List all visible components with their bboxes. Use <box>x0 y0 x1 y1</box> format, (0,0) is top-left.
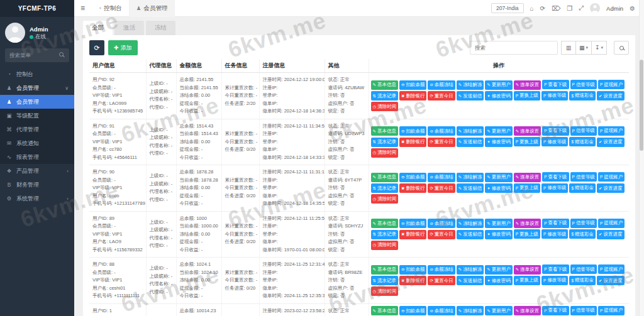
view-subordinates-button[interactable]: P查看下级 <box>542 264 569 274</box>
transaction-log-button[interactable]: ⇅流水记录 <box>371 276 398 285</box>
nav-tab-member-management[interactable]: ♟ 会员管理 <box>130 0 175 17</box>
refresh-icon[interactable]: ⟳ <box>540 5 545 12</box>
grid-view-button[interactable]: ▦ ▾ <box>575 41 592 55</box>
avatar[interactable] <box>5 23 25 43</box>
clear-time-button[interactable]: ◷清除时间 <box>371 102 399 111</box>
gift-bonus-button[interactable]: $赠送彩金 <box>569 276 596 285</box>
change-parent-button[interactable]: P更换上级 <box>514 137 540 146</box>
basic-info-button[interactable]: ✎基本信息 <box>371 265 398 275</box>
credit-level-button[interactable]: P信誉等级 <box>570 80 597 89</box>
export-button[interactable]: ↧ ▾ <box>591 41 607 55</box>
deduct-balance-button[interactable]: ⊖扣款余额 <box>399 306 426 315</box>
view-subordinates-button[interactable]: P查看下级 <box>542 126 569 136</box>
delete-bank-button[interactable]: ✖删除银行 <box>399 183 426 193</box>
table-search-button[interactable] <box>614 41 629 55</box>
nav-tab-dashboard[interactable]: ◔ 控制台 <box>91 0 130 17</box>
sidebar-item-dashboard[interactable]: ◔控制台 <box>0 67 74 81</box>
freeze-balance-button[interactable]: ⊘余额冻结 <box>428 219 455 228</box>
navbar-avatar[interactable] <box>590 3 600 13</box>
clear-time-button[interactable]: ◷清除时间 <box>371 286 399 296</box>
fullscreen-icon[interactable]: ⤢ <box>579 4 584 12</box>
gear-icon[interactable]: ⚙ <box>630 5 635 12</box>
change-level-button[interactable]: P修改等级 <box>541 91 568 101</box>
set-progress-button[interactable]: ✔设置进度 <box>597 230 624 239</box>
tab-all[interactable]: 全部 <box>83 21 113 35</box>
send-message-button[interactable]: ✎发送贴信 <box>457 138 484 147</box>
clear-time-button[interactable]: ◷清除时间 <box>371 194 399 204</box>
transaction-log-button[interactable]: ⇅流水记录 <box>371 91 398 101</box>
gift-bonus-button[interactable]: $赠送彩金 <box>569 183 596 193</box>
sidebar-item-system-notice[interactable]: ✉系统通知 <box>0 136 74 150</box>
credit-level-button[interactable]: P信誉等级 <box>570 306 597 315</box>
withdraw-account-button[interactable]: P提现账户 <box>598 80 625 89</box>
reset-today-button[interactable]: ⟳重置今日 <box>428 230 455 239</box>
transaction-log-button[interactable]: ⇅流水记录 <box>371 230 398 239</box>
basic-info-button[interactable]: ✎基本信息 <box>371 219 398 228</box>
combo-order-settings-button[interactable]: ✎连单设置 <box>514 306 541 315</box>
send-message-button[interactable]: ✎发送贴信 <box>457 276 484 285</box>
send-message-button[interactable]: ✎发送贴信 <box>457 183 484 193</box>
sidebar-item-report-management[interactable]: ∿报表管理 <box>0 150 74 164</box>
freeze-balance-button[interactable]: ⊘余额冻结 <box>428 265 455 275</box>
reset-today-button[interactable]: ⟳重置今日 <box>428 138 455 147</box>
change-password-button[interactable]: ✦修改密码 <box>485 183 512 193</box>
sidebar-item-system-management[interactable]: ⚙系统管理‹ <box>0 192 74 205</box>
delete-bank-button[interactable]: ✖删除银行 <box>399 91 426 101</box>
send-message-button[interactable]: ✎发送贴信 <box>457 91 484 101</box>
transaction-log-button[interactable]: ⇅流水记录 <box>371 138 398 147</box>
update-user-button[interactable]: ✎更新用户 <box>485 80 512 90</box>
sidebar-item-product-management[interactable]: ❖产品管理‹ <box>0 164 74 178</box>
clear-time-button[interactable]: ◷清除时间 <box>371 241 399 250</box>
sidebar-item-member-list[interactable]: ♟会员管理 <box>0 95 74 109</box>
sidebar-item-finance-management[interactable]: B财务管理 <box>0 178 74 192</box>
withdraw-account-button[interactable]: P提现账户 <box>598 264 625 274</box>
set-progress-button[interactable]: ✔设置进度 <box>597 91 624 101</box>
toggle-columns-button[interactable]: ▥ <box>561 41 576 55</box>
combo-order-settings-button[interactable]: ✎连单设置 <box>514 126 541 136</box>
view-subordinates-button[interactable]: P查看下级 <box>542 172 569 182</box>
change-parent-button[interactable]: P更换上级 <box>514 229 540 239</box>
change-password-button[interactable]: ✦修改密码 <box>485 276 512 285</box>
set-progress-button[interactable]: ✔设置进度 <box>597 276 624 285</box>
copy-icon[interactable]: ❐ <box>567 5 572 12</box>
deduct-balance-button[interactable]: ⊖扣款余额 <box>399 219 426 228</box>
set-progress-button[interactable]: ✔设置进度 <box>597 138 624 147</box>
gift-bonus-button[interactable]: $赠送彩金 <box>569 229 596 239</box>
unfreeze-balance-button[interactable]: ✎冻结解冻 <box>457 306 484 315</box>
change-level-button[interactable]: P修改等级 <box>541 229 568 239</box>
scrollbar-thumb[interactable] <box>640 60 643 151</box>
freeze-balance-button[interactable]: ⊘余额冻结 <box>428 80 455 90</box>
deduct-balance-button[interactable]: ⊖扣款余额 <box>399 173 426 182</box>
credit-level-button[interactable]: P信誉等级 <box>570 219 597 228</box>
update-user-button[interactable]: ✎更新用户 <box>485 265 512 275</box>
sidebar-item-level-config[interactable]: ▣等级配置 <box>0 109 74 123</box>
update-user-button[interactable]: ✎更新用户 <box>485 219 512 228</box>
change-password-button[interactable]: ✦修改密码 <box>485 138 512 147</box>
freeze-balance-button[interactable]: ⊘余额冻结 <box>428 173 455 182</box>
reset-today-button[interactable]: ⟳重置今日 <box>428 91 455 101</box>
scrollbar[interactable] <box>639 0 644 316</box>
delete-bank-button[interactable]: ✖删除银行 <box>399 138 426 147</box>
unfreeze-balance-button[interactable]: ✎冻结解冻 <box>457 126 484 136</box>
withdraw-account-button[interactable]: P提现账户 <box>598 126 625 136</box>
change-password-button[interactable]: ✦修改密码 <box>485 91 512 101</box>
withdraw-account-button[interactable]: P提现账户 <box>598 219 625 228</box>
combo-order-settings-button[interactable]: ✎连单设置 <box>514 219 541 228</box>
sidebar-item-agent-management[interactable]: ⌘代理管理 <box>0 123 74 136</box>
add-member-button[interactable]: ✚ 添加 <box>108 40 138 55</box>
refresh-button[interactable]: ⟳ <box>89 40 104 55</box>
navbar-username[interactable]: Admin <box>606 5 623 12</box>
change-parent-button[interactable]: P更换上级 <box>514 183 540 193</box>
change-parent-button[interactable]: P更换上级 <box>514 276 540 285</box>
update-user-button[interactable]: ✎更新用户 <box>485 306 512 315</box>
unfreeze-balance-button[interactable]: ✎冻结解冻 <box>457 265 484 275</box>
trash-icon[interactable]: ⌦ <box>552 5 560 12</box>
delete-bank-button[interactable]: ✖删除银行 <box>399 230 426 239</box>
clear-time-button[interactable]: ◷清除时间 <box>371 148 399 158</box>
basic-info-button[interactable]: ✎基本信息 <box>371 80 398 90</box>
combo-order-settings-button[interactable]: ✎连单设置 <box>514 173 541 182</box>
change-level-button[interactable]: P修改等级 <box>541 137 568 146</box>
delete-bank-button[interactable]: ✖删除银行 <box>399 276 426 285</box>
home-icon[interactable]: ⌂ <box>530 5 534 12</box>
gift-bonus-button[interactable]: $赠送彩金 <box>569 137 596 146</box>
